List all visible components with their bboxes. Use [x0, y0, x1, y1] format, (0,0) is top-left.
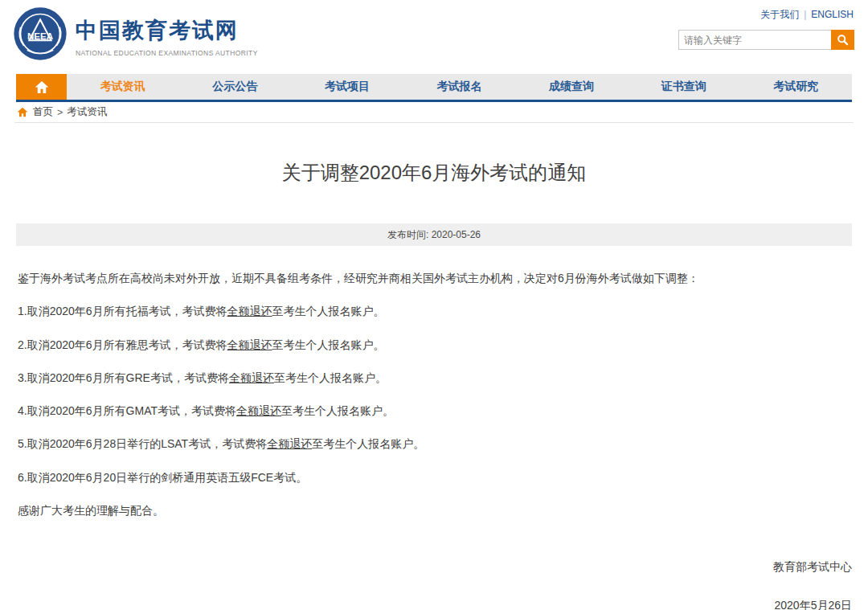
nav-item-1[interactable]: 考试资讯 — [67, 74, 179, 100]
signature-block: 教育部考试中心 2020年5月26日 — [16, 560, 852, 610]
publish-time-bar: 发布时间: 2020-05-26 — [16, 223, 852, 246]
search-icon — [837, 34, 849, 46]
top-utility-links: 关于我们|ENGLISH — [760, 8, 854, 22]
about-us-link[interactable]: 关于我们 — [760, 9, 799, 20]
home-icon — [35, 80, 49, 94]
article-paragraph: 3.取消2020年6月所有GRE考试，考试费将全额退还至考生个人报名账户。 — [18, 370, 850, 386]
article-paragraph: 1.取消2020年6月所有托福考试，考试费将全额退还至考生个人报名账户。 — [18, 303, 850, 319]
article-paragraph: 6.取消2020年6月20日举行的剑桥通用英语五级FCE考试。 — [18, 469, 850, 485]
nav-items: 考试资讯公示公告考试项目考试报名成绩查询证书查询考试研究 — [67, 74, 852, 100]
article-paragraph: 感谢广大考生的理解与配合。 — [18, 502, 850, 518]
nav-home-button[interactable] — [16, 74, 67, 100]
nav-item-4[interactable]: 考试报名 — [403, 74, 516, 100]
page-title: 关于调整2020年6月海外考试的通知 — [0, 160, 868, 186]
breadcrumb-separator: > — [57, 107, 63, 118]
site-subtitle: NATIONAL EDUCATION EXAMINATIONS AUTHORIT… — [76, 49, 258, 57]
nav-item-7[interactable]: 考试研究 — [739, 74, 852, 100]
main-nav: 考试资讯公示公告考试项目考试报名成绩查询证书查询考试研究 — [16, 74, 852, 102]
breadcrumb-home-icon — [17, 107, 28, 117]
svg-text:NEEA: NEEA — [27, 31, 54, 41]
article-paragraph: 鉴于海外考试考点所在高校尚未对外开放，近期不具备组考条件，经研究并商相关国外考试… — [18, 270, 850, 286]
search-button[interactable] — [831, 30, 854, 50]
site-name: 中国教育考试网 — [76, 16, 258, 45]
article-body: 鉴于海外考试考点所在高校尚未对外开放，近期不具备组考条件，经研究并商相关国外考试… — [18, 270, 850, 518]
signature-date: 2020年5月26日 — [16, 599, 852, 610]
site-header: NEEA 中国教育考试网 NATIONAL EDUCATION EXAMINAT… — [0, 0, 868, 74]
nav-item-5[interactable]: 成绩查询 — [515, 74, 628, 100]
breadcrumb-home-link[interactable]: 首页 — [33, 105, 53, 119]
breadcrumb: 首页 > 考试资讯 — [14, 102, 854, 123]
article-paragraph: 5.取消2020年6月28日举行的LSAT考试，考试费将全额退还至考生个人报名账… — [18, 436, 850, 452]
english-link[interactable]: ENGLISH — [811, 9, 854, 20]
site-identity: 中国教育考试网 NATIONAL EDUCATION EXAMINATIONS … — [76, 16, 258, 57]
search-input[interactable] — [678, 30, 831, 50]
publish-time: 发布时间: 2020-05-26 — [387, 228, 481, 242]
nav-item-6[interactable]: 证书查询 — [628, 74, 740, 100]
signature-org: 教育部考试中心 — [16, 560, 852, 575]
nav-item-3[interactable]: 考试项目 — [291, 74, 403, 100]
nav-item-2[interactable]: 公示公告 — [179, 74, 292, 100]
neea-logo-icon: NEEA — [13, 6, 68, 61]
article-paragraph: 4.取消2020年6月所有GMAT考试，考试费将全额退还至考生个人报名账户。 — [18, 403, 850, 419]
article-paragraph: 2.取消2020年6月所有雅思考试，考试费将全额退还至考生个人报名账户。 — [18, 337, 850, 353]
breadcrumb-current: 考试资讯 — [67, 105, 107, 119]
search-box — [678, 30, 854, 50]
top-links-separator: | — [804, 9, 806, 20]
